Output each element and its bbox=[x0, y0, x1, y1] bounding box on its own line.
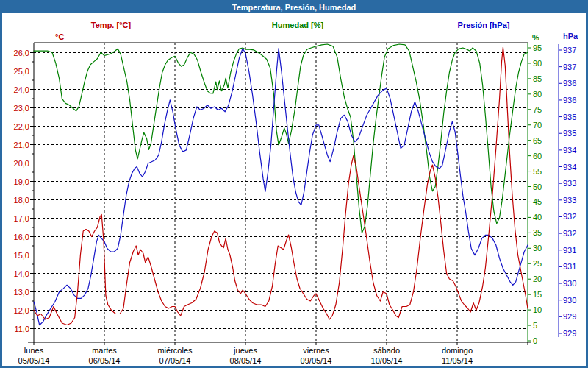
temp-tick-label: 20,0 bbox=[14, 159, 29, 167]
humidity-tick-label: 90 bbox=[533, 59, 542, 67]
temp-tick-label: 18,0 bbox=[14, 196, 29, 204]
temp-tick-label: 22,0 bbox=[14, 122, 29, 130]
humidity-tick-label: 45 bbox=[533, 198, 542, 206]
temp-tick-label: 15,0 bbox=[14, 251, 29, 259]
day-date-label: 07/05/14 bbox=[159, 356, 191, 365]
pressure-tick-label: 931 bbox=[563, 246, 576, 254]
pressure-tick-label: 935 bbox=[563, 130, 576, 138]
temp-tick-label: 25,0 bbox=[14, 67, 29, 75]
temp-tick-label: 23,0 bbox=[14, 104, 29, 112]
temp-series-line bbox=[34, 47, 528, 325]
humidity-tick-label: 85 bbox=[533, 74, 542, 82]
day-date-label: 06/05/14 bbox=[89, 356, 121, 365]
pressure-tick-label: 937 bbox=[563, 46, 576, 54]
day-date-label: 10/05/14 bbox=[371, 356, 403, 365]
day-name-label: lunes bbox=[24, 346, 43, 355]
pressure-tick-label: 932 bbox=[563, 213, 576, 221]
temp-tick-label: 11,0 bbox=[14, 325, 29, 333]
pressure-tick-label: 936 bbox=[563, 79, 576, 88]
chart-window: Temperatura, Presión, Humedad Temp. [°C]… bbox=[0, 0, 588, 368]
chart-plot-area bbox=[2, 2, 588, 368]
pressure-tick-label: 935 bbox=[563, 113, 576, 121]
temp-tick-label: 26,0 bbox=[14, 49, 29, 57]
temp-tick-label: 21,0 bbox=[14, 141, 29, 149]
humidity-tick-label: 55 bbox=[533, 167, 542, 175]
humidity-tick-label: 35 bbox=[533, 229, 542, 237]
temp-tick-label: 16,0 bbox=[14, 233, 29, 241]
pressure-tick-label: 932 bbox=[563, 230, 576, 238]
humidity-tick-label: 40 bbox=[533, 213, 542, 222]
humidity-tick-label: 50 bbox=[533, 183, 542, 191]
day-name-label: jueves bbox=[234, 346, 257, 355]
temp-tick-label: 12,0 bbox=[14, 306, 29, 314]
day-name-label: miércoles bbox=[157, 346, 192, 355]
humidity-tick-label: 70 bbox=[533, 121, 542, 129]
pressure-tick-label: 933 bbox=[563, 180, 576, 188]
pressure-tick-label: 934 bbox=[563, 146, 576, 154]
pressure-tick-label: 936 bbox=[563, 96, 576, 104]
humidity-tick-label: 15 bbox=[533, 291, 542, 299]
temp-tick-label: 19,0 bbox=[14, 177, 29, 185]
pressure-tick-label: 937 bbox=[563, 63, 576, 71]
humidity-tick-label: 60 bbox=[533, 152, 542, 160]
day-date-label: 11/05/14 bbox=[442, 356, 473, 365]
humidity-tick-label: 30 bbox=[533, 244, 542, 252]
humidity-tick-label: 10 bbox=[533, 306, 542, 314]
day-name-label: domingo bbox=[442, 346, 473, 355]
temp-tick-label: 24,0 bbox=[14, 85, 29, 93]
humidity-tick-label: 0 bbox=[533, 337, 537, 345]
temp-tick-label: 14,0 bbox=[14, 269, 29, 277]
humidity-tick-label: 20 bbox=[533, 275, 542, 283]
day-name-label: sábado bbox=[373, 346, 400, 355]
humidity-tick-label: 25 bbox=[533, 260, 542, 268]
day-date-label: 05/05/14 bbox=[18, 356, 50, 365]
humidity-tick-label: 80 bbox=[533, 90, 542, 98]
pressure-tick-label: 929 bbox=[563, 313, 576, 321]
pressure-tick-label: 934 bbox=[563, 163, 576, 171]
pressure-tick-label: 930 bbox=[563, 280, 576, 288]
temp-tick-label: 17,0 bbox=[14, 214, 29, 222]
pressure-tick-label: 930 bbox=[563, 296, 576, 304]
humidity-series-line bbox=[34, 44, 528, 233]
temp-tick-label: 13,0 bbox=[14, 288, 29, 296]
pressure-tick-label: 929 bbox=[563, 330, 576, 338]
humidity-tick-label: 5 bbox=[533, 322, 537, 330]
pressure-tick-label: 931 bbox=[563, 263, 576, 271]
day-name-label: martes bbox=[92, 346, 117, 355]
day-name-label: viernes bbox=[303, 346, 329, 355]
humidity-tick-label: 95 bbox=[533, 44, 542, 52]
day-date-label: 08/05/14 bbox=[230, 356, 262, 365]
day-date-label: 09/05/14 bbox=[301, 356, 332, 365]
humidity-tick-label: 65 bbox=[533, 136, 542, 144]
humidity-tick-label: 75 bbox=[533, 105, 542, 113]
pressure-series-line bbox=[34, 49, 528, 325]
pressure-tick-label: 933 bbox=[563, 196, 576, 204]
